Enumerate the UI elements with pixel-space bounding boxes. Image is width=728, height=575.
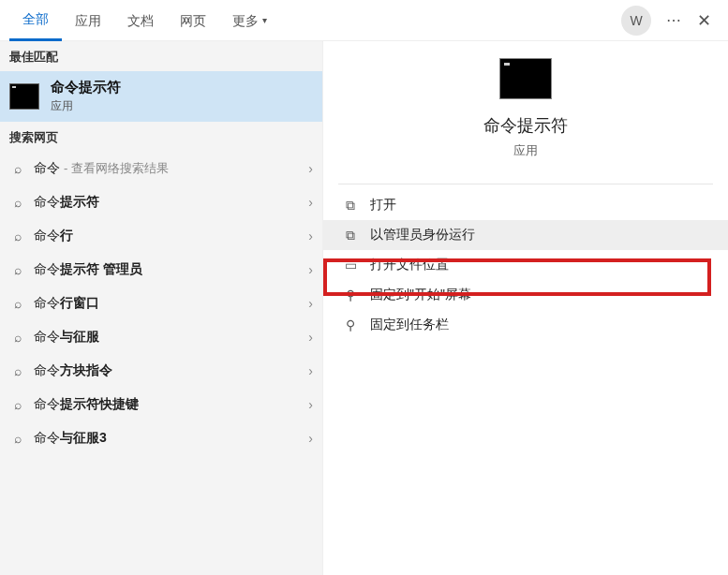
chevron-right-icon: ›: [308, 431, 313, 446]
close-button[interactable]: ✕: [689, 10, 719, 31]
search-icon: ⌕: [9, 262, 26, 277]
chevron-right-icon: ›: [308, 262, 313, 277]
search-icon: ⌕: [9, 397, 26, 412]
chevron-right-icon: ›: [308, 397, 313, 412]
suggestion-row[interactable]: ⌕ 命令行窗口 ›: [0, 287, 322, 320]
best-match-title: 命令提示符: [51, 79, 121, 96]
tab-docs[interactable]: 文档: [114, 0, 167, 41]
folder-icon: ▭: [342, 258, 359, 273]
left-panel: 最佳匹配 命令提示符 应用 搜索网页 ⌕ 命令- 查看网络搜索结果 › ⌕ 命令…: [0, 41, 322, 575]
chevron-right-icon: ›: [308, 330, 313, 345]
action-label: 以管理员身份运行: [370, 227, 475, 243]
suggestion-text: 命令行窗口: [34, 295, 308, 312]
action-open[interactable]: ⧉ 打开: [323, 190, 728, 220]
action-pin-start[interactable]: ⚲ 固定到"开始"屏幕: [323, 280, 728, 310]
section-best-match: 最佳匹配: [0, 41, 322, 71]
action-pin-taskbar[interactable]: ⚲ 固定到任务栏: [323, 310, 728, 340]
action-label: 打开: [370, 197, 396, 214]
suggestion-text: 命令方块指令: [34, 362, 308, 379]
chevron-right-icon: ›: [308, 296, 313, 311]
suggestion-row[interactable]: ⌕ 命令与征服3 ›: [0, 421, 322, 455]
best-match-item[interactable]: 命令提示符 应用: [0, 71, 322, 122]
admin-icon: ⧉: [342, 228, 359, 243]
chevron-right-icon: ›: [308, 229, 313, 243]
suggestion-text: 命令与征服: [34, 329, 308, 346]
more-options-button[interactable]: ⋯: [659, 11, 689, 29]
app-icon: [499, 58, 552, 99]
user-avatar[interactable]: W: [621, 6, 651, 36]
suggestion-text: 命令- 查看网络搜索结果: [34, 160, 308, 177]
suggestion-text: 命令提示符: [34, 194, 308, 211]
chevron-right-icon: ›: [308, 195, 313, 210]
action-label: 固定到任务栏: [370, 317, 449, 333]
best-match-sub: 应用: [51, 98, 121, 114]
suggestion-row[interactable]: ⌕ 命令行 ›: [0, 219, 322, 253]
tab-more[interactable]: 更多 ▾: [219, 0, 280, 41]
main: 最佳匹配 命令提示符 应用 搜索网页 ⌕ 命令- 查看网络搜索结果 › ⌕ 命令…: [0, 41, 728, 575]
action-label: 打开文件位置: [370, 257, 449, 273]
search-icon: ⌕: [9, 161, 26, 176]
chevron-down-icon: ▾: [262, 0, 267, 41]
section-search-web: 搜索网页: [0, 122, 322, 152]
suggestion-text: 命令提示符快捷键: [34, 396, 308, 413]
search-icon: ⌕: [9, 431, 26, 446]
suggestion-list: ⌕ 命令- 查看网络搜索结果 › ⌕ 命令提示符 › ⌕ 命令行 › ⌕ 命令提…: [0, 152, 322, 455]
suggestion-row[interactable]: ⌕ 命令方块指令 ›: [0, 354, 322, 388]
action-open-location[interactable]: ▭ 打开文件位置: [323, 250, 728, 280]
search-icon: ⌕: [9, 330, 26, 345]
action-label: 固定到"开始"屏幕: [370, 287, 471, 303]
pin-icon: ⚲: [342, 317, 359, 332]
search-icon: ⌕: [9, 229, 26, 243]
tab-more-label: 更多: [232, 0, 259, 41]
suggestion-text: 命令与征服3: [34, 430, 308, 447]
open-icon: ⧉: [342, 198, 359, 214]
detail-panel: 命令提示符 应用 ⧉ 打开 ⧉ 以管理员身份运行 ▭ 打开文件位置 ⚲ 固定到"…: [322, 41, 728, 575]
chevron-right-icon: ›: [308, 363, 313, 378]
action-run-as-admin[interactable]: ⧉ 以管理员身份运行: [323, 220, 728, 250]
suggestion-row[interactable]: ⌕ 命令提示符 管理员 ›: [0, 253, 322, 287]
search-icon: ⌕: [9, 195, 26, 210]
suggestion-row[interactable]: ⌕ 命令提示符快捷键 ›: [0, 388, 322, 421]
tab-web[interactable]: 网页: [167, 0, 219, 41]
search-icon: ⌕: [9, 363, 26, 378]
suggestion-row[interactable]: ⌕ 命令提示符 ›: [0, 185, 322, 219]
chevron-right-icon: ›: [308, 161, 313, 176]
suggestion-row[interactable]: ⌕ 命令与征服 ›: [0, 320, 322, 354]
suggestion-text: 命令提示符 管理员: [34, 261, 308, 278]
tab-apps[interactable]: 应用: [62, 0, 114, 41]
top-tabs: 全部 应用 文档 网页 更多 ▾ W ⋯ ✕: [0, 0, 728, 41]
app-subtitle: 应用: [323, 142, 728, 159]
action-list: ⧉ 打开 ⧉ 以管理员身份运行 ▭ 打开文件位置 ⚲ 固定到"开始"屏幕 ⚲ 固…: [323, 184, 728, 346]
cmd-icon: [9, 83, 39, 110]
search-icon: ⌕: [9, 296, 26, 311]
tab-all[interactable]: 全部: [9, 0, 62, 41]
suggestion-text: 命令行: [34, 228, 308, 244]
app-title: 命令提示符: [323, 114, 728, 137]
pin-icon: ⚲: [342, 288, 359, 302]
suggestion-row[interactable]: ⌕ 命令- 查看网络搜索结果 ›: [0, 152, 322, 185]
